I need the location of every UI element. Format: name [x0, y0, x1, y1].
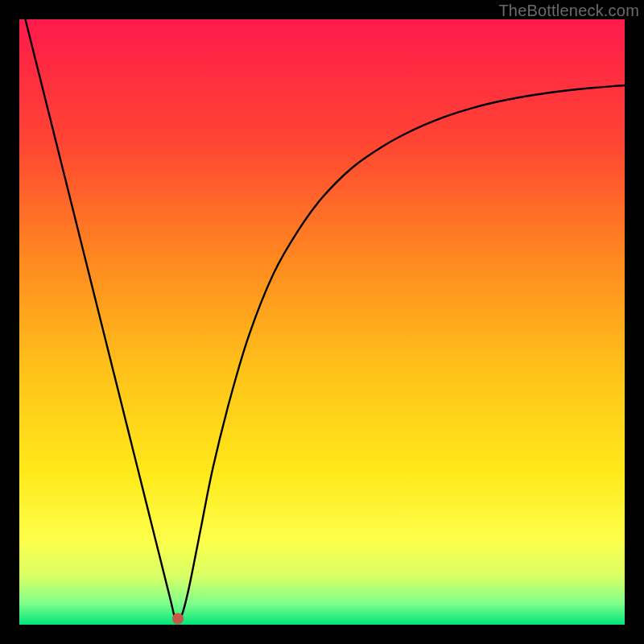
bottleneck-chart: [19, 19, 625, 625]
chart-frame: [19, 19, 625, 625]
optimal-point-marker: [172, 613, 184, 624]
chart-background: [19, 19, 625, 625]
watermark-text: TheBottleneck.com: [498, 2, 639, 20]
